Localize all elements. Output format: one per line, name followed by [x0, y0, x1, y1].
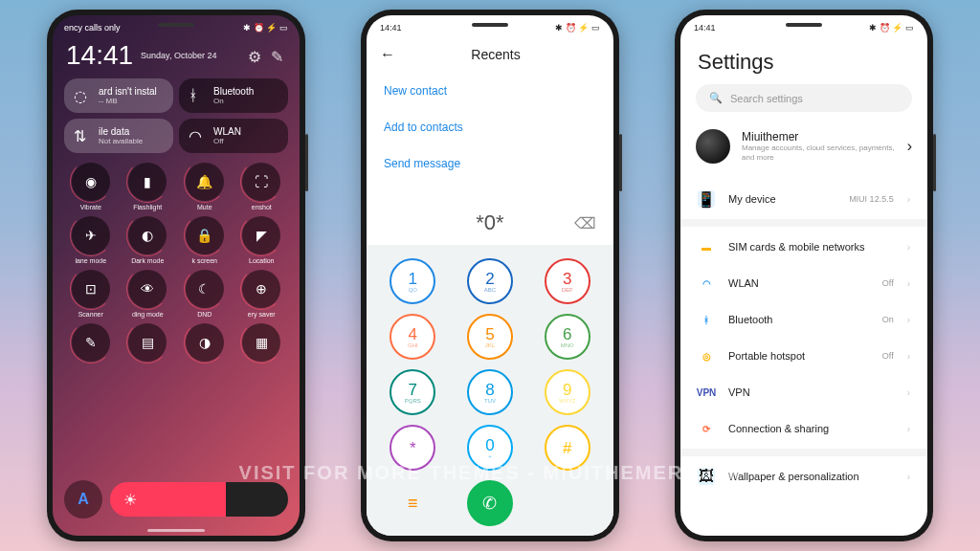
- app-label: Dark mode: [131, 257, 164, 264]
- app-label: Location: [249, 257, 274, 264]
- setting-sim[interactable]: ▬SIM cards & mobile networks›: [680, 229, 927, 265]
- app-screenshot[interactable]: ⛶enshot: [235, 163, 289, 210]
- key-9[interactable]: 9WXYZ: [545, 369, 590, 415]
- quick-tile-updown[interactable]: ⇅ile dataNot available: [64, 119, 173, 153]
- app-bell[interactable]: 🔔Mute: [178, 163, 232, 210]
- app-misc3[interactable]: ▦: [235, 323, 289, 364]
- key-0[interactable]: 0+: [467, 425, 513, 471]
- account-row[interactable]: Miuithemer Manage accounts, cloud servic…: [696, 125, 912, 167]
- search-input[interactable]: 🔍 Search settings: [696, 84, 912, 112]
- plane-icon: ✈: [72, 216, 110, 254]
- app-scanner[interactable]: ⊡Scanner: [64, 270, 118, 318]
- clock: 14:41: [66, 40, 133, 71]
- chevron-right-icon: ›: [907, 387, 910, 398]
- app-label: ery saver: [248, 311, 276, 318]
- status-bar: 14:41 ✱ ⏰ ⚡ ▭: [680, 15, 927, 36]
- brightness-icon: ☀: [123, 491, 137, 509]
- chevron-right-icon: ›: [907, 472, 910, 482]
- key-2[interactable]: 2ABC: [467, 258, 513, 304]
- setting-share[interactable]: ⟳Connection & sharing›: [680, 410, 927, 447]
- back-icon[interactable]: ←: [380, 46, 395, 63]
- eye-icon: 👁: [128, 270, 167, 308]
- dialer-link[interactable]: New contact: [384, 73, 596, 109]
- edit-icon[interactable]: ✎: [271, 48, 286, 63]
- setting-label: WLAN: [728, 277, 869, 289]
- dialer-screen: 14:41 ✱ ⏰ ⚡ ▭ ← Recents New contactAdd t…: [367, 15, 613, 536]
- tile-sub: Not available: [99, 137, 143, 145]
- moon-icon: ☾: [186, 270, 224, 308]
- search-placeholder: Search settings: [730, 93, 803, 104]
- app-darkmode[interactable]: ◐Dark mode: [122, 216, 175, 264]
- call-button[interactable]: ✆: [467, 480, 513, 526]
- tile-title: ile data: [99, 126, 143, 137]
- app-vibrate[interactable]: ◉Vibrate: [64, 163, 118, 210]
- app-battery[interactable]: ⊕ery saver: [235, 270, 289, 318]
- app-misc1[interactable]: ▤: [122, 323, 175, 364]
- dialer-title: Recents: [411, 47, 581, 62]
- divider: [680, 219, 927, 227]
- setting-vpn[interactable]: VPNVPN›: [680, 374, 927, 410]
- key-*[interactable]: *: [390, 425, 435, 471]
- backspace-icon[interactable]: ⌫: [574, 214, 596, 232]
- bluetooth-icon: ᚼ: [189, 87, 206, 104]
- my-device-row[interactable]: 📱 My device MIUI 12.5.5 ›: [680, 181, 927, 217]
- key-3[interactable]: 3DEF: [545, 258, 590, 304]
- setting-hotspot[interactable]: ◎Portable hotspotOff›: [680, 338, 927, 374]
- setting-label: VPN: [728, 386, 894, 398]
- app-label: ding mode: [132, 311, 164, 318]
- spacer: [545, 480, 590, 526]
- app-label: Vibrate: [80, 204, 101, 210]
- brightness-slider[interactable]: ☀: [110, 482, 288, 517]
- app-eye[interactable]: 👁ding mode: [122, 270, 175, 318]
- auto-brightness-icon[interactable]: A: [64, 480, 102, 518]
- menu-icon[interactable]: ≡: [390, 480, 435, 526]
- chevron-right-icon: ›: [907, 242, 910, 253]
- my-device-value: MIUI 12.5.5: [849, 194, 894, 204]
- divider: [680, 449, 927, 456]
- wallpaper-row[interactable]: 🖼 Wallpaper & personalization ›: [680, 458, 927, 495]
- status-icons: ✱ ⏰ ⚡ ▭: [869, 23, 914, 33]
- key-4[interactable]: 4GHI: [390, 314, 435, 360]
- key-#[interactable]: #: [545, 425, 590, 471]
- dialer-link[interactable]: Add to contacts: [384, 109, 596, 145]
- status-time: 14:41: [694, 23, 716, 33]
- app-location[interactable]: ◤Location: [235, 216, 289, 264]
- app-misc2[interactable]: ◑: [178, 323, 232, 364]
- wifi-icon: ◠: [698, 275, 715, 292]
- chevron-right-icon: ›: [907, 194, 910, 205]
- app-flashlight[interactable]: ▮Flashlight: [122, 163, 175, 210]
- quick-tile-bluetooth[interactable]: ᚼBluetoothOn: [179, 78, 288, 113]
- tile-sub: -- MB: [99, 97, 157, 105]
- gear-icon[interactable]: ⚙: [248, 48, 263, 63]
- setting-wifi[interactable]: ◠WLANOff›: [680, 265, 927, 301]
- app-label: Mute: [197, 204, 212, 210]
- sim-icon: ▬: [698, 238, 715, 255]
- carrier-text: ency calls only: [64, 23, 121, 33]
- my-device-label: My device: [728, 193, 835, 205]
- setting-label: Portable hotspot: [728, 350, 869, 362]
- app-lock[interactable]: 🔒k screen: [178, 216, 232, 264]
- setting-bt[interactable]: ᚼBluetoothOn›: [680, 301, 927, 338]
- key-8[interactable]: 8TUV: [467, 369, 513, 415]
- quick-tile-drop[interactable]: ◌ard isn't instal-- MB: [64, 78, 173, 113]
- app-edit[interactable]: ✎: [64, 323, 118, 364]
- tile-title: ard isn't instal: [99, 86, 157, 97]
- app-moon[interactable]: ☾DND: [178, 270, 232, 318]
- phone-1-home: ency calls only ✱ ⏰ ⚡ ▭ 14:41 Sunday, Oc…: [47, 10, 305, 541]
- quick-tile-wifi[interactable]: ◠WLANOff: [179, 119, 288, 153]
- key-7[interactable]: 7PQRS: [390, 369, 435, 415]
- bottom-row: A ☀: [64, 480, 288, 518]
- location-icon: ◤: [242, 216, 280, 254]
- home-indicator[interactable]: [147, 529, 205, 532]
- dialer-link[interactable]: Send message: [384, 145, 596, 182]
- vibrate-icon: ◉: [72, 163, 110, 201]
- key-5[interactable]: 5JKL: [467, 314, 513, 360]
- chevron-right-icon: ›: [907, 424, 910, 434]
- app-label: lane mode: [75, 257, 106, 264]
- app-plane[interactable]: ✈lane mode: [64, 216, 118, 264]
- key-1[interactable]: 1QO: [390, 258, 435, 304]
- key-6[interactable]: 6MNO: [545, 314, 590, 360]
- dialed-number: *0*: [380, 210, 600, 235]
- avatar: [696, 129, 730, 164]
- chevron-right-icon: ›: [907, 138, 912, 155]
